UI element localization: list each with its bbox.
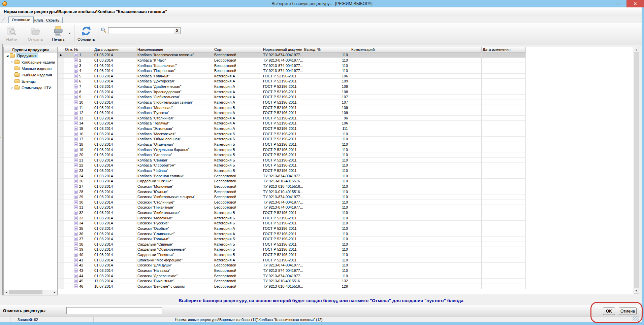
cancel-button[interactable]: Отмена [619,308,637,315]
grid-column-header[interactable]: Наименование [136,47,213,52]
data-cell: 01.03.2014 [93,252,136,258]
table-row[interactable]: н4001.03.2014Сардельки "Говяжьи"Категори… [58,252,526,258]
maximize-button[interactable]: □ [611,0,626,7]
tree-expand-icon[interactable]: ◢ [6,54,9,57]
table-row[interactable]: н4201.03.2014Сосиски "Для души"Бессортов… [58,263,526,268]
tab-osnovnye[interactable]: Основные [8,16,34,23]
scroll-down-icon[interactable]: ▼ [634,288,639,294]
search-input[interactable] [108,27,174,34]
grid-column-header[interactable]: Отм. [64,47,73,52]
table-row[interactable]: н3501.03.2014Сосиски "Особые"Категория А… [58,226,526,231]
tree-item[interactable]: ▷Олимпиада НТИ [4,84,57,91]
table-row[interactable]: н1801.03.2014Колбаса "Отдельная"Категори… [58,142,526,147]
data-cell: 110 [303,221,350,226]
tree-item[interactable]: Рыбные изделия [4,72,57,78]
table-row[interactable]: ▶н101.03.2014Колбаса "Классическая говяж… [58,52,526,58]
table-row[interactable]: н1301.03.2014Колбаса "Столичная"Категори… [58,116,526,121]
tab-skryt[interactable]: Скрыть [43,17,63,23]
splitter-collapse-strip[interactable]: ‹ [0,44,3,295]
table-row[interactable]: н2001.03.2014Колбаса "Столовая"Категория… [58,152,526,158]
row-indicator-cell [58,142,64,147]
table-row[interactable]: н1201.03.2014Колбаса "Русская"Категория … [58,110,526,116]
table-row[interactable]: н1501.03.2014Колбаса "Эстонская"Категори… [58,126,526,132]
table-row[interactable]: н2201.03.2014Колбаса "С сорбитом"Категор… [58,163,526,168]
table-row[interactable]: н1601.03.2014Колбаса "Московская"Категор… [58,131,526,137]
data-cell [350,95,482,100]
table-row[interactable]: н901.03.2014Колбаса "Любительская"Катего… [58,95,526,100]
table-row[interactable]: н3001.03.2014Сосиски "Столичные"Бессорто… [58,200,526,205]
data-cell: Сардельки "Обыкновенные" [136,247,213,252]
tree-item[interactable]: Бленды [4,78,57,84]
search-clear-button[interactable]: X [174,27,181,34]
table-row[interactable]: н2901.03.2014Сосиски "Любительские с сыр… [58,194,526,200]
table-row[interactable]: н1001.03.2014Колбаса "Любительская свина… [58,100,526,105]
tree-expand-icon[interactable]: ▷ [10,86,14,89]
table-row[interactable]: н601.03.2014Колбаса "Докторская"Категори… [58,79,526,84]
table-row[interactable]: н3601.03.2014Сосиски "Сливочные"Категори… [58,231,526,237]
scroll-right-icon[interactable]: ► [52,290,57,295]
folder-icon [14,67,20,70]
table-row[interactable]: н4618.07.2014Сосиски "Венские" с сыромБе… [58,284,526,289]
tree-horizontal-scrollbar[interactable]: ◄ ► [4,290,57,295]
data-cell [482,100,526,105]
minimize-button[interactable]: — [596,0,611,7]
mark-recipes-input[interactable] [66,307,162,314]
print-dropdown-arrow[interactable]: ▼ [68,23,72,43]
scroll-left-icon[interactable]: ◄ [4,290,9,295]
data-cell: 01.03.2014 [93,131,136,137]
ok-button[interactable]: OK [603,308,615,315]
data-cell [482,242,526,247]
resize-grip[interactable] [633,316,639,321]
refresh-button[interactable]: Обновить [77,24,96,44]
grid-column-header[interactable]: № [73,47,93,52]
table-row[interactable]: н1901.03.2014Колбаса "Отдельная баранья"… [58,147,526,152]
scroll-thumb[interactable] [9,290,42,294]
grid-column-header[interactable]: Комментарий [350,47,482,52]
table-row[interactable]: н301.03.2014Колбаса "Шашлычная"Бессортов… [58,63,526,68]
table-row[interactable]: н4301.03.2014Сосиски "На заказ"Бессортов… [58,268,526,274]
close-button[interactable]: ✕ [626,0,644,7]
table-row[interactable]: н4517.03.2014Сосиски "Пикантные"Бессорто… [58,279,526,284]
table-row[interactable]: н2701.03.2014Сосиски "Молочные"Бессортов… [58,184,526,189]
table-row[interactable]: н3201.03.2014Сосиски "Любительские"Катег… [58,210,526,216]
table-row[interactable]: н4401.03.2014Сосиски "Деревенские"Бессор… [58,273,526,279]
grid-column-header[interactable]: Выход, % [303,47,350,52]
table-row[interactable]: н4101.03.2014Шпикачки "Москворецкие"Кате… [58,257,526,263]
table-row[interactable]: н2301.03.2014Колбаса "Чайная"Категория В… [58,168,526,174]
grid-column-header[interactable]: Нормативный документ [262,47,303,52]
tree-item[interactable]: ◢Продукция [4,52,57,59]
table-row[interactable]: н2101.03.2014Колбаса "Свиная"Категория Б… [58,158,526,163]
data-cell: 110 [303,58,350,63]
table-row[interactable]: н2601.03.2014Сардельки "Южные"Бессортово… [58,179,526,184]
table-row[interactable]: н3701.03.2014Сосиски "Говяжьи"Категория … [58,237,526,242]
tree-item[interactable]: ▷Колбасные издели [4,59,57,65]
table-row[interactable]: н2401.03.2014Колбаса "Вареная салями"Бес… [58,173,526,179]
table-row[interactable]: н701.03.2014Колбаса "Диабетическая"Катег… [58,84,526,89]
table-row[interactable]: н1401.03.2014Колбаса "Телячья"Категория … [58,121,526,126]
data-cell: ГОСТ Р 52196-2011 [262,74,303,79]
table-row[interactable]: н1101.03.2014Колбаса "Молочная"Категория… [58,105,526,110]
table-row[interactable]: н3401.03.2014Сосиски "Русские"Категория … [58,221,526,226]
grid-column-header[interactable]: Дата создания [93,47,136,52]
table-row[interactable]: н1701.03.2014Колбаса "Обыкновенная"Катег… [58,137,526,142]
table-row[interactable]: н3901.03.2014Сардельки "Обыкновенные"Кат… [58,247,526,252]
tree-expand-icon[interactable]: ▷ [10,61,14,64]
grid-column-header[interactable]: Сорт [213,47,262,52]
print-button[interactable]: Печать [49,24,68,44]
table-row[interactable]: н3801.03.2014Сардельки "Свиные"Категория… [58,242,526,247]
table-row[interactable]: н3301.03.2014Сосиски "Молочные"Категория… [58,215,526,221]
table-row[interactable]: н201.03.2014Колбаса "К Чаю"БессортовойТУ… [58,58,526,63]
table-row[interactable]: н401.03.2014Колбаса "Покровская"Бессорто… [58,68,526,74]
table-row[interactable]: н801.03.2014Колбаса "Краснодарская"Катег… [58,89,526,95]
scroll-up-icon[interactable]: ▲ [634,47,639,52]
table-row[interactable]: н501.03.2014Колбаса "Говяжья"Категория А… [58,74,526,79]
norm-recipe-icon: н [74,106,78,110]
norm-recipe-icon: н [74,153,78,157]
table-row[interactable]: н3101.03.2014Сосиски "Пикантные"Бессорто… [58,205,526,210]
data-cell [482,263,526,268]
tree-item[interactable]: Мясные изделия [4,65,57,72]
row-number-cell: н43 [73,268,93,274]
grid-column-header[interactable]: Дата изменения [482,47,526,52]
grid-vertical-scrollbar[interactable]: ▲ ▼ [634,47,639,294]
table-row[interactable]: н2801.03.2014Сосиски "Южные"БессортовойТ… [58,189,526,194]
